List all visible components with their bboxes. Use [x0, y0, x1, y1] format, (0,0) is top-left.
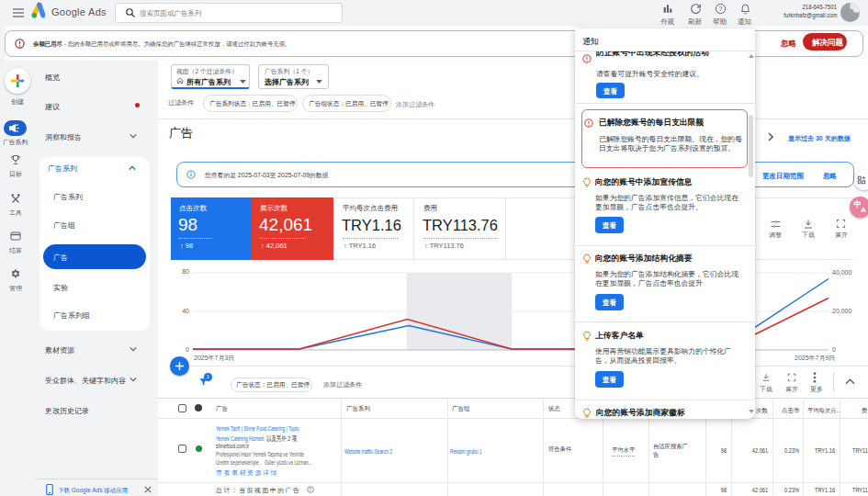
svg-text:?: ? — [719, 6, 723, 12]
